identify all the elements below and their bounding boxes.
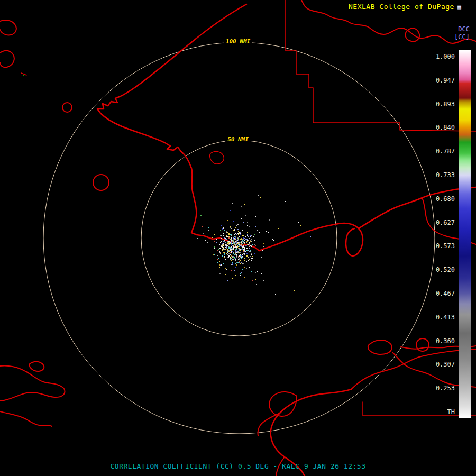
colorbar-tick: 0.520 xyxy=(436,267,455,273)
colorbar-tick: 0.467 xyxy=(436,290,455,297)
colorbar-gradient xyxy=(459,50,471,418)
radar-canvas: 100 NMI 50 NMI NEXLAB-College of DuPage▦… xyxy=(0,0,476,476)
colorbar-tick: 0.733 xyxy=(436,172,455,178)
colorbar-tick: 0.307 xyxy=(436,361,455,368)
colorbar-tick: 0.573 xyxy=(436,243,455,249)
colorbar-tick: 0.840 xyxy=(436,124,455,131)
site-banner: NEXLAB-College of DuPage▦ xyxy=(349,3,461,11)
colorbar-tick: 0.893 xyxy=(436,101,455,107)
colorbar-units-label: [CC] xyxy=(433,33,470,41)
colorbar-product-label: DCC xyxy=(433,25,470,33)
cod-logo-icon: ▦ xyxy=(457,4,461,11)
colorbar-tick: 0.680 xyxy=(436,196,455,202)
colorbar-tick: 0.627 xyxy=(436,219,455,226)
colorbar-tick: 0.787 xyxy=(436,148,455,154)
range-ring-label-50nmi: 50 NMI xyxy=(225,136,251,143)
colorbar-tick: 1.000 xyxy=(436,53,455,60)
range-ring-label-100nmi: 100 NMI xyxy=(224,38,252,45)
product-caption: CORRELATION COEFFICIENT (CC) 0.5 DEG - K… xyxy=(0,462,476,470)
map-svg xyxy=(0,0,476,476)
site-banner-text: NEXLAB-College of DuPage xyxy=(349,3,454,11)
colorbar-tick: 0.413 xyxy=(436,314,455,321)
echo-layer xyxy=(23,75,311,295)
colorbar-tick: 0.360 xyxy=(436,338,455,344)
colorbar-tick: TH xyxy=(447,409,455,415)
colorbar-ticks: 1.0000.9470.8930.8400.7870.7330.6800.627… xyxy=(426,53,455,415)
colorbar-tick: 0.947 xyxy=(436,77,455,84)
colorbar-tick: 0.253 xyxy=(436,385,455,391)
